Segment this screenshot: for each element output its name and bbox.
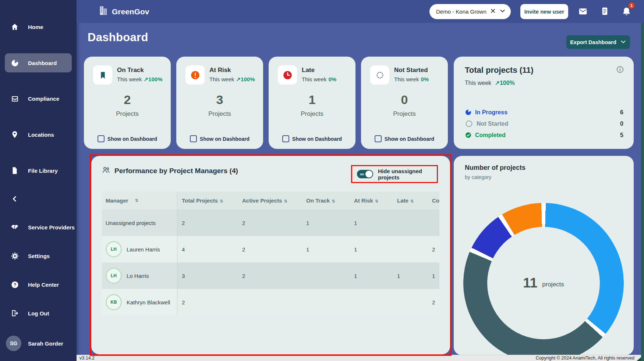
page-title: Dashboard (88, 31, 148, 44)
table-row[interactable]: Unassigned projects2211 (102, 210, 439, 236)
location-icon (10, 130, 19, 139)
status-row-in-progress[interactable]: In Progress6 (465, 107, 623, 118)
org-selector[interactable]: Demo - Kona Grown (429, 4, 511, 19)
user-name: Sarah Gorder (28, 340, 63, 347)
sidebar-item-log-out[interactable]: Log Out (0, 304, 77, 322)
status-row-completed[interactable]: Completed5 (465, 129, 623, 141)
export-dashboard-button[interactable]: Export Dashboard (566, 35, 630, 49)
sidebar-item-help-center[interactable]: ?Help Center (0, 276, 77, 293)
check-circle-icon (465, 132, 472, 139)
sort-icon[interactable]: ⇅ (375, 199, 378, 203)
pie-icon (465, 109, 472, 116)
donut-center-label: 11 projects (463, 203, 624, 355)
org-selector-value: Demo - Kona Grown (436, 8, 486, 15)
chevron-down-icon (620, 39, 626, 46)
table-cell: 2 (428, 299, 439, 305)
sidebar-item-label: Service Providers (28, 224, 75, 230)
app-window: HomeDashboardComplianceLocationsFile Lib… (0, 0, 644, 361)
stat-card-value: 3 (176, 93, 263, 107)
sidebar-item-label: Dashboard (28, 60, 57, 66)
column-header-completed[interactable]: Completed⇅ (428, 197, 439, 204)
scrollbar[interactable] (641, 23, 644, 361)
checkbox-icon[interactable] (282, 135, 289, 142)
status-row-not-started[interactable]: Not Started0 (465, 118, 623, 129)
column-header-active-projects[interactable]: Active Projects⇅ (238, 197, 302, 204)
manager-cell: LHLo Harris (102, 262, 177, 289)
stat-card-title: On Track (117, 67, 144, 74)
buildings-icon (98, 5, 109, 18)
sidebar-collapse-button[interactable] (0, 190, 77, 208)
table-cell: 1 (350, 220, 393, 226)
total-projects-title: Total projects (11) (465, 65, 534, 75)
column-header-late[interactable]: Late⇅ (393, 197, 428, 204)
table-cell: 1 (428, 273, 439, 279)
table-row[interactable]: LHLo Harris32111 (102, 262, 439, 289)
stat-card-week: This week0% (394, 76, 429, 82)
sidebar-item-label: Compliance (28, 96, 59, 102)
show-on-dashboard-checkbox[interactable]: Show on Dashboard (176, 135, 263, 142)
table-cell: 2 (177, 299, 238, 305)
info-icon[interactable] (616, 65, 624, 75)
sidebar-item-settings[interactable]: Settings (0, 247, 77, 265)
sidebar-item-dashboard[interactable]: Dashboard (5, 53, 72, 72)
sort-icon[interactable]: ⇅ (332, 199, 335, 203)
sort-icon[interactable]: ⇅ (284, 199, 287, 203)
table-cell: 1 (302, 220, 350, 226)
status-value: 0 (620, 121, 623, 127)
column-header-on-track[interactable]: On Track⇅ (302, 197, 350, 204)
show-on-dashboard-checkbox[interactable]: Show on Dashboard (269, 135, 355, 142)
dotted-circle-icon (370, 65, 389, 85)
sidebar-item-compliance[interactable]: Compliance (0, 90, 77, 107)
dotted-circle-icon (465, 119, 473, 128)
table-row[interactable]: LHLauren Harris42112 (102, 236, 439, 262)
svg-text:?: ? (13, 282, 16, 287)
stat-card-on-track: On TrackThis week↗100%2ProjectsShow on D… (84, 57, 171, 149)
stat-card-unit: Projects (269, 110, 355, 118)
stat-card-title: Late (302, 67, 315, 74)
topbar: GreenGov Demo - Kona Grown Invite new us… (77, 0, 644, 23)
status-label: Completed (475, 132, 506, 139)
sidebar-item-locations[interactable]: Locations (0, 126, 77, 143)
checkbox-icon[interactable] (375, 135, 382, 142)
table-cell: 2 (177, 220, 238, 226)
hide-unassigned-toggle[interactable]: on (357, 170, 373, 178)
notes-icon[interactable] (600, 7, 610, 16)
avatar: LH (106, 268, 122, 284)
table-row[interactable]: KBKathryn Blackwell22 (102, 289, 439, 315)
avatar: LH (106, 241, 122, 257)
show-on-dashboard-checkbox[interactable]: Show on Dashboard (361, 135, 448, 142)
sidebar-item-file-library[interactable]: File Library (0, 162, 77, 179)
column-header-at-risk[interactable]: At Risk⇅ (350, 197, 393, 204)
manager-cell: Unassigned projects (102, 210, 177, 236)
mail-icon[interactable] (578, 7, 588, 16)
x-icon[interactable] (490, 8, 496, 15)
total-projects-card: Total projects (11) This week ↗100% In P… (454, 57, 634, 149)
stat-card-value: 1 (269, 93, 355, 107)
stat-card-week: This week↗100% (209, 76, 255, 83)
checkbox-icon[interactable] (190, 135, 197, 142)
stat-card-unit: Projects (361, 110, 448, 118)
home-icon (10, 22, 19, 31)
column-header-manager[interactable]: Manager⇅ (102, 192, 177, 210)
sidebar-item-home[interactable]: Home (0, 18, 77, 36)
managers-table-card: Performance by Project Managers (4) on H… (91, 156, 450, 354)
chart-title: Number of projects (465, 164, 526, 172)
sort-icon[interactable]: ⇅ (135, 198, 138, 203)
stat-card-at-risk: At RiskThis week↗100%3ProjectsShow on Da… (176, 57, 263, 149)
status-label: In Progress (475, 109, 507, 116)
notification-badge: 1 (628, 2, 635, 9)
alert-icon (185, 65, 205, 85)
sidebar-item-service-providers[interactable]: Service Providers (0, 218, 77, 236)
chevron-down-icon[interactable] (499, 8, 506, 15)
toggle-annotation-box: on Hide unassigned projects (351, 165, 438, 183)
stat-card-title: At Risk (209, 67, 231, 74)
show-on-dashboard-checkbox[interactable]: Show on Dashboard (84, 135, 171, 142)
invite-new-user-button[interactable]: Invite new user (520, 4, 568, 19)
sidebar-item-label: Settings (28, 253, 50, 259)
table-cell: 2 (428, 246, 439, 253)
sort-icon[interactable]: ⇅ (220, 199, 223, 203)
checkbox-icon[interactable] (98, 135, 105, 142)
sort-icon[interactable]: ⇅ (410, 199, 414, 203)
sidebar-user[interactable]: SGSarah Gorder (0, 333, 77, 354)
column-header-total-projects[interactable]: Total Projects⇅ (177, 197, 238, 204)
